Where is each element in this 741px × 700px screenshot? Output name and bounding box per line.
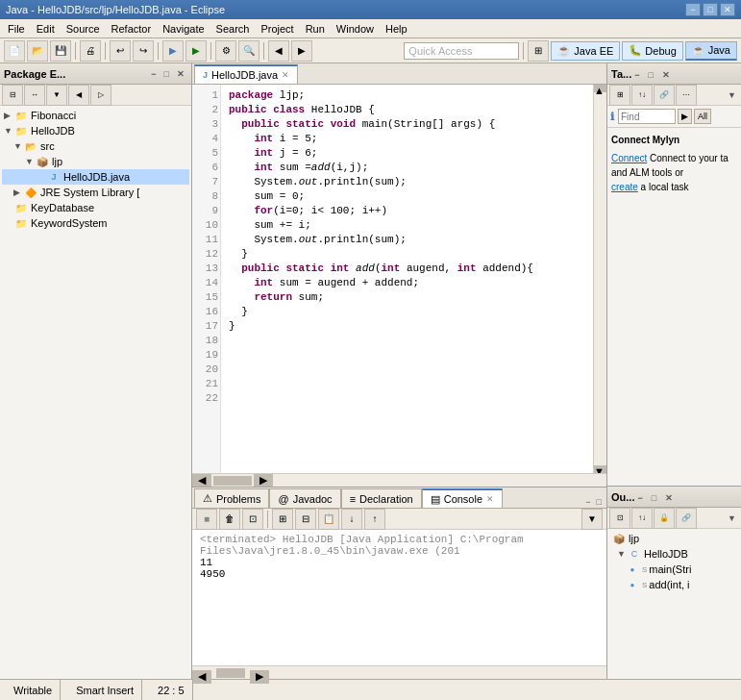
outline-item-hellojdb[interactable]: ▼ C HelloJDB (609, 546, 739, 562)
tree-item-src[interactable]: ▼ 📂 src (2, 138, 189, 154)
editor-tab-hellojdb[interactable]: J HelloJDB.java ✕ (194, 64, 298, 84)
hscroll-right[interactable]: ▶ (254, 474, 273, 488)
outline-close-btn[interactable]: ✕ (662, 492, 676, 504)
link-with-editor-button[interactable]: ↔ (24, 85, 45, 106)
tree-item-ljp[interactable]: ▼ 📦 ljp (2, 154, 189, 169)
outline-item-main[interactable]: ● S main(Stri (609, 562, 739, 577)
toolbar-btn-7[interactable]: ◀ (268, 40, 289, 62)
debug-button[interactable]: ▶ (162, 40, 184, 62)
editor-scrollbar[interactable]: ▲ ▼ (593, 85, 606, 473)
scrollbar-down[interactable]: ▼ (594, 465, 606, 473)
console-hscroll-thumb[interactable] (216, 668, 245, 678)
toolbar-btn-6[interactable]: 🔍 (238, 40, 259, 62)
connect-link[interactable]: Connect (611, 153, 647, 163)
outline-btn-4[interactable]: 🔗 (676, 508, 697, 529)
menu-navigate[interactable]: Navigate (157, 19, 210, 38)
console-btn-5[interactable]: ⊟ (295, 509, 316, 530)
hscroll-thumb[interactable] (213, 476, 252, 486)
outline-btn-3[interactable]: 🔒 (654, 508, 675, 529)
tasks-btn-1[interactable]: ⊞ (609, 85, 630, 106)
pe-back-button[interactable]: ◀ (68, 85, 89, 106)
close-button[interactable]: ✕ (720, 3, 735, 16)
perspective-debug[interactable]: 🐛 Debug (622, 41, 682, 61)
tree-item-jre[interactable]: ▶ 🔶 JRE System Library [ (2, 185, 189, 200)
undo-button[interactable]: ↩ (110, 40, 131, 62)
pe-menu-button[interactable]: ▼ (46, 85, 67, 106)
tree-item-keywordsystem[interactable]: 📁 KeywordSystem (2, 215, 189, 231)
tree-item-fibonacci[interactable]: ▶ 📁 Fibonacci (2, 108, 189, 123)
menu-window[interactable]: Window (331, 19, 380, 38)
print-button[interactable]: 🖨 (80, 40, 101, 62)
save-button[interactable]: 💾 (50, 40, 71, 62)
minimize-panel-button[interactable]: − (148, 68, 159, 80)
outline-btn-2[interactable]: ↑↓ (631, 508, 653, 529)
create-link[interactable]: create (611, 182, 638, 192)
open-button[interactable]: 📂 (27, 40, 48, 62)
console-btn-8[interactable]: ↑ (364, 509, 385, 530)
tree-item-hellojdb-java[interactable]: J HelloJDB.java (2, 169, 189, 185)
collapse-all-button[interactable]: ⊟ (2, 85, 23, 106)
tasks-btn-3[interactable]: 🔗 (654, 85, 675, 106)
find-all-button[interactable]: All (694, 109, 711, 124)
tasks-maximize-btn[interactable]: □ (646, 69, 656, 81)
tasks-menu-btn[interactable]: ▼ (725, 89, 739, 101)
tab-declaration[interactable]: ≡ Declaration (341, 488, 422, 508)
menu-run[interactable]: Run (300, 19, 331, 38)
console-hscroll-left[interactable]: ◀ (192, 670, 211, 684)
outline-maximize-btn[interactable]: □ (649, 492, 659, 504)
tree-item-keydatabase[interactable]: 📁 KeyDatabase (2, 200, 189, 215)
quick-access-input[interactable]: Quick Access (404, 42, 519, 60)
console-btn-3[interactable]: ⊡ (242, 509, 263, 530)
perspective-java-ee[interactable]: ☕ Java EE (551, 41, 620, 61)
outline-item-ljp[interactable]: 📦 ljp (609, 531, 739, 546)
outline-item-add[interactable]: ● S add(int, i (609, 577, 739, 592)
console-btn-4[interactable]: ⊞ (272, 509, 293, 530)
redo-button[interactable]: ↪ (133, 40, 154, 62)
console-hscroll-right[interactable]: ▶ (250, 670, 269, 684)
new-button[interactable]: 📄 (4, 40, 25, 62)
hscroll-left[interactable]: ◀ (192, 474, 211, 488)
menu-file[interactable]: File (2, 19, 31, 38)
pe-forward-button[interactable]: ▷ (90, 85, 111, 106)
editor-horizontal-scrollbar[interactable]: ◀ ▶ (192, 473, 606, 487)
tab-problems[interactable]: ⚠ Problems (194, 488, 269, 508)
console-btn-7[interactable]: ↓ (341, 509, 362, 530)
outline-menu-btn[interactable]: ▼ (725, 512, 739, 524)
close-panel-button[interactable]: ✕ (174, 68, 187, 80)
find-next-button[interactable]: ▶ (678, 109, 692, 124)
stop-button[interactable]: ■ (196, 509, 217, 530)
perspective-toggle[interactable]: ⊞ (528, 40, 549, 62)
menu-edit[interactable]: Edit (31, 19, 61, 38)
console-btn-6[interactable]: 📋 (318, 509, 339, 530)
menu-source[interactable]: Source (61, 19, 106, 38)
menu-project[interactable]: Project (255, 19, 299, 38)
tasks-btn-4[interactable]: ⋯ (676, 85, 697, 106)
clear-console-button[interactable]: 🗑 (219, 509, 240, 530)
find-input[interactable] (618, 109, 676, 124)
outline-minimize-btn[interactable]: − (634, 492, 645, 504)
minimize-button[interactable]: − (685, 3, 701, 16)
tree-item-hellojdb[interactable]: ▼ 📁 HelloJDB (2, 123, 189, 138)
console-tab-close[interactable]: ✕ (486, 494, 494, 504)
bottom-minimize-btn[interactable]: − (582, 496, 593, 508)
bottom-maximize-btn[interactable]: □ (594, 496, 605, 508)
run-button[interactable]: ▶ (185, 40, 207, 62)
toolbar-btn-5[interactable]: ⚙ (215, 40, 236, 62)
menu-refactor[interactable]: Refactor (106, 19, 158, 38)
console-menu-btn[interactable]: ▼ (581, 509, 603, 530)
tasks-btn-2[interactable]: ↑↓ (631, 85, 653, 106)
console-horizontal-scrollbar[interactable]: ◀ ▶ (192, 665, 606, 679)
perspective-java[interactable]: ☕ Java (685, 41, 737, 61)
tasks-minimize-btn[interactable]: − (631, 69, 642, 81)
tab-console[interactable]: ▤ Console ✕ (422, 488, 503, 508)
menu-help[interactable]: Help (380, 19, 413, 38)
scrollbar-up[interactable]: ▲ (594, 85, 606, 92)
editor-content[interactable]: 12345 678910 1112131415 1617181920 2122 … (192, 85, 606, 473)
maximize-button[interactable]: □ (703, 3, 718, 16)
editor-tab-close[interactable]: ✕ (282, 70, 289, 80)
maximize-panel-button[interactable]: □ (161, 68, 172, 80)
tab-javadoc[interactable]: @ Javadoc (269, 488, 340, 508)
tasks-close-btn[interactable]: ✕ (659, 69, 673, 81)
menu-search[interactable]: Search (210, 19, 256, 38)
outline-btn-1[interactable]: ⊡ (609, 508, 630, 529)
